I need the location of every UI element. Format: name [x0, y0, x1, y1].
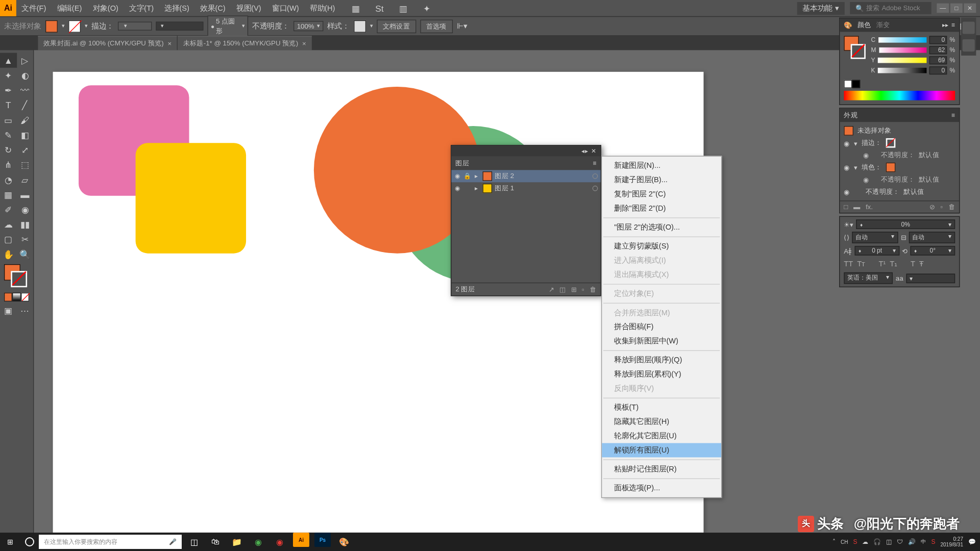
explorer-icon[interactable]: 📁: [227, 533, 247, 551]
new-sublayer-icon[interactable]: ⊞: [571, 286, 577, 293]
start-button[interactable]: ⊞: [0, 533, 20, 551]
visibility-icon[interactable]: ◉: [454, 173, 461, 180]
canvas[interactable]: ◂▸✕ 图层≡ ◉ 🔒 ▸ 图层 2 ◉ ▸ 图层 1 2 图层: [34, 50, 980, 541]
menu-item[interactable]: 对象(O): [87, 3, 124, 13]
bridge-icon[interactable]: ▦: [347, 1, 364, 15]
menu-item[interactable]: 选择(S): [159, 3, 195, 13]
shape-yellow-rect[interactable]: [136, 143, 246, 253]
eyedropper-tool[interactable]: ✐: [0, 202, 17, 217]
doc-tab[interactable]: 未标题-1* @ 150% (CMYK/GPU 预览)×: [178, 36, 311, 50]
context-menu-item[interactable]: 新建子图层(B)...: [602, 173, 721, 187]
clip-icon[interactable]: ◫: [559, 286, 566, 293]
stock-icon[interactable]: St: [371, 1, 388, 15]
graph-tool[interactable]: ▮▮: [17, 217, 34, 232]
notifications-icon[interactable]: 💬: [968, 538, 976, 545]
close-icon[interactable]: ✕: [591, 148, 597, 155]
ime-indicator[interactable]: CH: [841, 539, 848, 545]
visibility-icon[interactable]: ◉: [454, 185, 461, 192]
context-menu-item[interactable]: 收集到新图层中(W): [602, 334, 721, 348]
tray-up-icon[interactable]: ˄: [832, 538, 836, 545]
volume-icon[interactable]: 🔊: [908, 538, 916, 545]
tray-icon[interactable]: S: [931, 538, 935, 545]
color-mode-icon[interactable]: [4, 293, 12, 302]
rotate-tool[interactable]: ↻: [0, 142, 17, 157]
magic-wand-tool[interactable]: ✦: [0, 68, 17, 83]
symbol-tool[interactable]: ☁: [0, 217, 17, 232]
maximize-button[interactable]: □: [950, 4, 963, 13]
netease-icon[interactable]: ◉: [270, 533, 290, 551]
gradient-mode-icon[interactable]: [12, 293, 20, 302]
menu-item[interactable]: 效果(C): [195, 3, 231, 13]
eraser-tool[interactable]: ◧: [17, 128, 34, 142]
panel-menu-icon[interactable]: ≡: [593, 160, 597, 166]
artboard-tool[interactable]: ▢: [0, 232, 17, 246]
menu-item[interactable]: 文字(T): [124, 3, 159, 13]
shaper-tool[interactable]: ✎: [0, 128, 17, 142]
context-menu-item[interactable]: 隐藏其它图层(H): [602, 415, 721, 429]
perspective-tool[interactable]: ▱: [17, 172, 34, 187]
collapse-icon[interactable]: ◂▸: [581, 148, 588, 155]
blend-tool[interactable]: ◉: [17, 202, 34, 217]
delete-icon[interactable]: 🗑: [590, 286, 596, 293]
browser-icon[interactable]: ◉: [248, 533, 268, 551]
menu-item[interactable]: 帮助(H): [304, 3, 340, 13]
layer-row[interactable]: ◉ ▸ 图层 1: [451, 182, 600, 194]
brush-dd[interactable]: ● 5 点圆形: [207, 15, 248, 37]
prefs-button[interactable]: 首选项: [420, 19, 453, 33]
menu-item[interactable]: 文件(F): [16, 3, 52, 13]
context-menu-item[interactable]: 释放到图层(顺序)(Q): [602, 353, 721, 367]
context-menu-item[interactable]: 轮廓化其它图层(U): [602, 429, 721, 443]
hand-tool[interactable]: ✋: [0, 246, 17, 261]
tray-icon[interactable]: 🛡: [897, 538, 903, 545]
color-picker[interactable]: [0, 262, 33, 291]
pen-tool[interactable]: ✒: [0, 83, 17, 97]
doc-tab[interactable]: 效果封面.ai @ 100% (CMYK/GPU 预览)×: [38, 36, 177, 50]
tray-icon[interactable]: 🎧: [873, 538, 881, 545]
edit-toolbar[interactable]: ⋯: [17, 303, 34, 318]
screen-mode-tool[interactable]: ▣: [0, 303, 17, 318]
locate-icon[interactable]: ↗: [549, 286, 554, 293]
fill-swatch[interactable]: [45, 20, 58, 32]
expand-icon[interactable]: ▸: [473, 185, 480, 192]
close-icon[interactable]: ×: [168, 40, 172, 47]
arrange-icon[interactable]: ▥: [395, 1, 411, 15]
illustrator-app[interactable]: Ai: [293, 533, 309, 547]
tray-icon[interactable]: ☁: [862, 538, 868, 545]
context-menu-item[interactable]: 模板(T): [602, 400, 721, 415]
width-tool[interactable]: ⋔: [0, 157, 17, 172]
line-tool[interactable]: ╱: [17, 97, 34, 112]
dock-icon[interactable]: [963, 39, 975, 52]
context-menu-item[interactable]: 删除"图层 2"(D): [602, 201, 721, 215]
minimize-button[interactable]: —: [937, 4, 949, 13]
rectangle-tool[interactable]: ▭: [0, 112, 17, 127]
photoshop-app[interactable]: Ps: [314, 533, 331, 547]
stroke-profile-dd[interactable]: [156, 21, 203, 30]
dock-icon[interactable]: [963, 21, 975, 34]
context-menu-item[interactable]: 新建图层(N)...: [602, 159, 721, 173]
curvature-tool[interactable]: 〰: [17, 83, 34, 97]
palette-icon[interactable]: 🎨: [844, 21, 852, 29]
context-menu-item[interactable]: 解锁所有图层(U): [602, 443, 721, 458]
clock-date[interactable]: 2019/8/31: [941, 542, 964, 547]
context-menu-item[interactable]: 释放到图层(累积)(Y): [602, 367, 721, 382]
target-icon[interactable]: [593, 173, 598, 179]
target-icon[interactable]: [593, 186, 598, 191]
slice-tool[interactable]: ✂: [17, 232, 34, 246]
gpu-icon[interactable]: ✦: [419, 1, 435, 15]
opacity-dd[interactable]: ⬧0%▾: [856, 219, 955, 229]
paint-icon[interactable]: 🎨: [334, 533, 354, 551]
align-icon[interactable]: ⊩▾: [457, 21, 468, 30]
context-menu-item[interactable]: 面板选项(P)...: [602, 481, 721, 495]
menu-item[interactable]: 窗口(W): [266, 3, 304, 13]
tray-icon[interactable]: S: [853, 538, 857, 545]
context-menu-item[interactable]: "图层 2"的选项(O)...: [602, 220, 721, 235]
free-transform-tool[interactable]: ⬚: [17, 157, 34, 172]
lock-icon[interactable]: 🔒: [463, 173, 470, 180]
mesh-tool[interactable]: ▦: [0, 187, 17, 202]
close-icon[interactable]: ×: [302, 40, 306, 47]
selection-tool[interactable]: ▲: [0, 53, 17, 68]
spectrum-picker[interactable]: [844, 91, 955, 101]
none-mode-icon[interactable]: [21, 293, 29, 302]
task-view-icon[interactable]: ◫: [184, 533, 204, 551]
zoom-tool[interactable]: 🔍: [17, 246, 34, 261]
